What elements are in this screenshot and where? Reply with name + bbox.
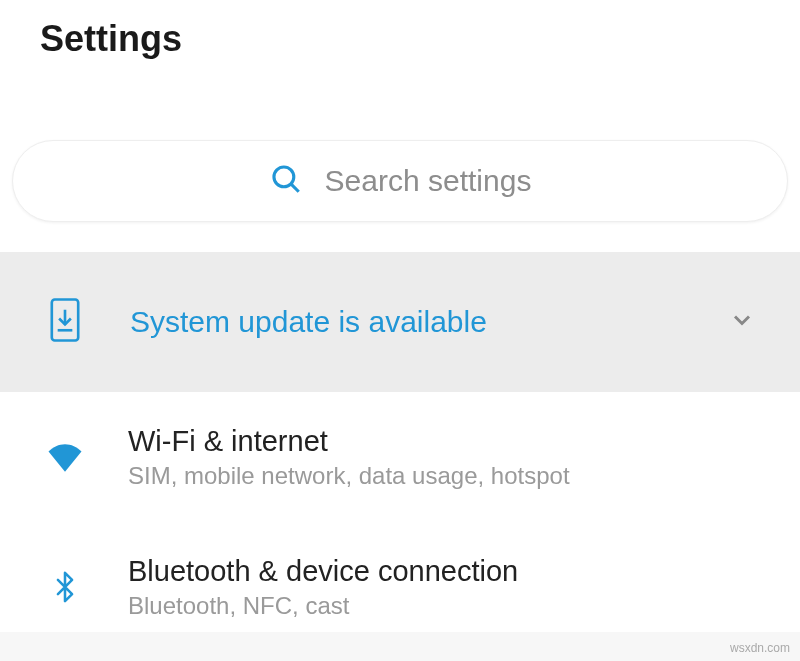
system-update-banner[interactable]: System update is available	[0, 252, 800, 392]
list-item-text: Wi-Fi & internet SIM, mobile network, da…	[128, 425, 570, 490]
watermark: wsxdn.com	[730, 641, 790, 655]
search-container: Search settings	[0, 140, 800, 252]
list-item-title: Bluetooth & device connection	[128, 555, 518, 588]
header: Settings	[0, 0, 800, 140]
list-item-subtitle: Bluetooth, NFC, cast	[128, 592, 518, 620]
search-icon	[269, 162, 303, 200]
search-bar[interactable]: Search settings	[12, 140, 788, 222]
svg-line-1	[291, 184, 298, 191]
list-item-bluetooth[interactable]: Bluetooth & device connection Bluetooth,…	[0, 522, 800, 632]
list-item-subtitle: SIM, mobile network, data usage, hotspot	[128, 462, 570, 490]
list-item-wifi[interactable]: Wi-Fi & internet SIM, mobile network, da…	[0, 392, 800, 522]
list-item-text: Bluetooth & device connection Bluetooth,…	[128, 555, 518, 620]
search-placeholder: Search settings	[325, 164, 532, 198]
bluetooth-icon	[30, 552, 100, 622]
system-update-icon	[50, 298, 80, 346]
chevron-down-icon	[728, 306, 756, 338]
list-item-title: Wi-Fi & internet	[128, 425, 570, 458]
settings-list: Wi-Fi & internet SIM, mobile network, da…	[0, 392, 800, 632]
system-update-label: System update is available	[130, 305, 487, 339]
wifi-icon	[30, 422, 100, 492]
svg-point-0	[274, 167, 294, 187]
page-title: Settings	[40, 18, 760, 60]
